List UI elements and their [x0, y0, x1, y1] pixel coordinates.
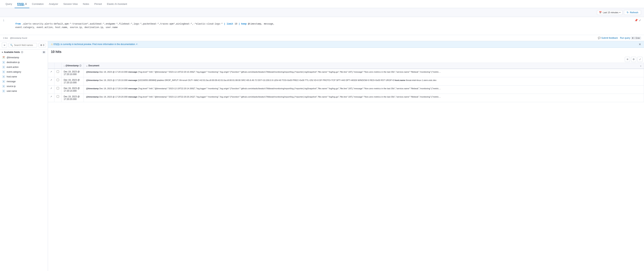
td-expand: ↗ — [48, 94, 54, 102]
field-name-source-ip: source.ip — [7, 85, 16, 88]
tab-analyzer[interactable]: Analyzer — [46, 0, 61, 8]
td-document: @timestamp Dec 19, 2023 @ 17:20:20.000 m… — [84, 94, 644, 102]
table-row: ↗ Dec 19, 2023 @17:20:14.000 @timestamp … — [48, 85, 644, 94]
expand-row-button[interactable]: ↗ — [50, 95, 52, 98]
fullscreen-button[interactable]: ⤢ — [637, 57, 642, 62]
field-item-event-action[interactable]: t event.action — [0, 65, 48, 69]
th-timestamp[interactable]: ↓ @timestamp ⓘ — [62, 63, 84, 69]
th-collapse-button[interactable]: ⌄ — [640, 64, 642, 67]
filter-button[interactable]: ⚙ 0 — [38, 43, 46, 47]
doc-hostname-label: host.name — [395, 79, 406, 81]
pin-button[interactable]: 📌 — [634, 19, 638, 22]
field-name-message: message — [7, 80, 16, 83]
available-fields-toggle[interactable]: ▾ Available fields ⓘ — [2, 51, 23, 54]
row-checkbox[interactable] — [57, 95, 59, 98]
main-content: ≡ 🔍 ⚙ 0 ▾ Available fields ⓘ 8 📅 @timest… — [0, 41, 644, 271]
beta-icon: Δ — [25, 2, 27, 5]
tab-session-view[interactable]: Session View — [61, 0, 80, 8]
field-type-t-icon: t — [2, 61, 5, 64]
doc-timestamp-label: @timestamp — [86, 96, 99, 98]
tab-query[interactable]: Query — [3, 0, 14, 8]
th-expand — [48, 63, 54, 69]
query-sources: .alerts-security.alerts-default,apm-*-tr… — [22, 23, 222, 25]
results-pane: ⚠ ES|QL is currently in technical previe… — [48, 41, 644, 271]
field-item-host-name[interactable]: t host.name — [0, 74, 48, 79]
field-item-event-category[interactable]: t event.category — [0, 69, 48, 74]
td-check — [54, 85, 62, 94]
chevron-down-icon: ▾ — [620, 11, 620, 13]
hits-count: 10 hits — [51, 50, 62, 54]
run-query-button[interactable]: Run query ⌘ + Enter — [620, 37, 641, 39]
expand-button[interactable]: ⤢ — [639, 19, 641, 22]
results-header: 10 hits — [48, 48, 644, 56]
warning-icon: ⚠ — [51, 43, 53, 45]
field-type-t-icon: t — [2, 80, 5, 83]
refresh-icon: ↻ — [627, 11, 629, 14]
limit-keyword: limit — [226, 23, 233, 25]
sort-arrow-icon: ↓ — [64, 64, 65, 67]
field-item-source-ip[interactable]: t source.ip — [0, 84, 48, 89]
submit-feedback-link[interactable]: 💬 Submit feedback — [598, 37, 618, 39]
timestamp-value: Dec 19, 2023 @17:20:14.000 — [64, 87, 80, 92]
doc-message-label: message — [128, 79, 137, 81]
timestamp-value: Dec 19, 2023 @17:20:20.000 — [64, 95, 80, 100]
field-type-t-icon: t — [2, 90, 5, 93]
expand-row-button[interactable]: ↗ — [50, 79, 52, 81]
column-picker-button[interactable]: ⊞ — [625, 57, 630, 62]
collapse-icon: ⌄ — [86, 64, 88, 67]
query-text[interactable]: from .alerts-security.alerts-default,apm… — [8, 19, 634, 33]
refresh-button[interactable]: ↻ Refresh — [624, 10, 641, 15]
query-editor[interactable]: 1 from .alerts-security.alerts-default,a… — [0, 17, 644, 35]
table-row: ↗ Dec 19, 2023 @17:20:10.000 @timestamp … — [48, 77, 644, 85]
timestamp-status: @timestamp found — [10, 37, 27, 39]
available-fields-header: ▾ Available fields ⓘ 8 — [0, 49, 48, 55]
tab-esql[interactable]: ES|QL Δ — [14, 0, 29, 8]
field-item-message[interactable]: t message — [0, 79, 48, 84]
document-content: @timestamp Dec 19, 2023 @ 17:20:10.000 m… — [86, 79, 642, 82]
row-checkbox[interactable] — [57, 70, 59, 73]
sidebar-toggle-button[interactable]: ≡ — [2, 42, 7, 48]
available-fields-label: Available fields — [4, 51, 20, 53]
settings-button[interactable]: ⚙ — [631, 57, 636, 62]
line-count: 1 line — [3, 37, 8, 39]
td-check — [54, 94, 62, 102]
close-banner-button[interactable]: ✕ — [639, 42, 641, 46]
tab-pinned[interactable]: Pinned — [92, 0, 104, 8]
timestamp-col-label: @timestamp — [66, 64, 79, 67]
tab-notes[interactable]: Notes — [80, 0, 92, 8]
search-field-box[interactable]: 🔍 — [8, 43, 37, 47]
td-check — [54, 77, 62, 85]
timestamp-value: Dec 19, 2023 @17:20:10.000 — [64, 79, 80, 84]
search-field-input[interactable] — [14, 44, 36, 46]
time-picker[interactable]: 📅 Last 15 minutes ▾ — [597, 10, 622, 15]
doc-timestamp-label: @timestamp — [86, 79, 99, 81]
field-type-t-icon: t — [2, 66, 5, 69]
row-checkbox[interactable] — [57, 87, 59, 89]
field-item-user-name[interactable]: t user.name — [0, 89, 48, 93]
document-content: @timestamp Dec 19, 2023 @ 17:20:10.000 m… — [86, 70, 642, 73]
expand-row-button[interactable]: ↗ — [50, 87, 52, 90]
doc-timestamp-label: @timestamp — [86, 71, 99, 73]
td-expand: ↗ — [48, 69, 54, 77]
tab-correlation[interactable]: Correlation — [29, 0, 46, 8]
main-toolbar: 📅 Last 15 minutes ▾ ↻ Refresh — [0, 8, 644, 17]
row-checkbox[interactable] — [57, 79, 59, 81]
from-keyword: from — [15, 23, 21, 25]
th-document[interactable]: ⌄ Document ⌄ — [84, 63, 644, 69]
results-toolbar: ⊞ ⚙ ⤢ — [48, 56, 644, 63]
doc-message-label: message — [128, 71, 137, 73]
doc-message-label: message — [128, 87, 137, 90]
td-document: @timestamp Dec 19, 2023 @ 17:20:10.000 m… — [84, 77, 644, 85]
document-content: @timestamp Dec 19, 2023 @ 17:20:20.000 m… — [86, 95, 642, 98]
preview-banner: ⚠ ES|QL is currently in technical previe… — [48, 41, 644, 48]
td-timestamp: Dec 19, 2023 @17:20:10.000 — [62, 69, 84, 77]
external-link-icon[interactable]: ↗ — [136, 43, 138, 45]
field-name-destination-ip: destination.ip — [7, 61, 20, 64]
field-name-event-action: event.action — [7, 66, 19, 68]
field-item-timestamp[interactable]: 📅 @timestamp — [0, 55, 48, 60]
sidebar-toolbar: ≡ 🔍 ⚙ 0 — [0, 41, 48, 49]
tab-elastic-ai[interactable]: Elastic AI Assistant — [104, 0, 130, 8]
expand-row-button[interactable]: ↗ — [50, 70, 52, 73]
field-item-destination-ip[interactable]: t destination.ip — [0, 60, 48, 65]
info-icon: ⓘ — [79, 64, 82, 67]
